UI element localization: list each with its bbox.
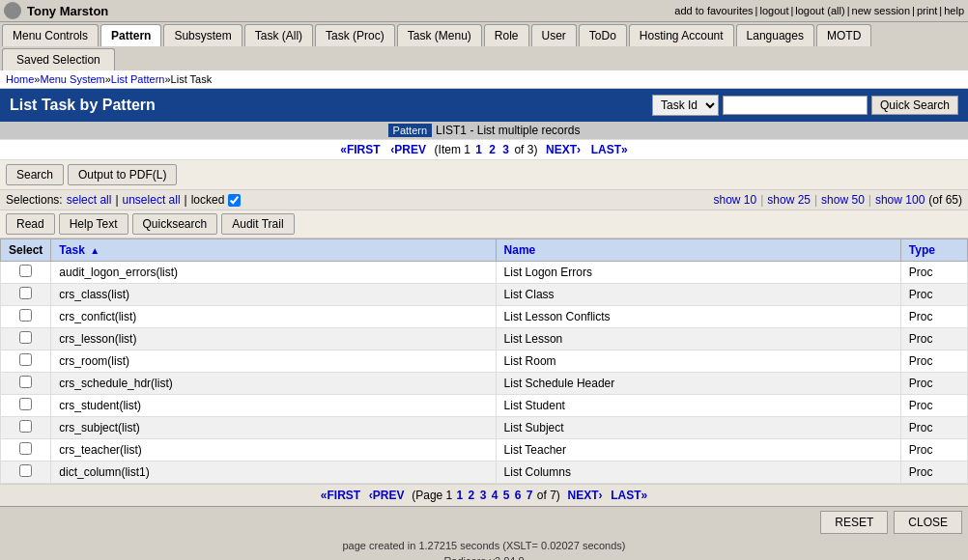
item-text: (Item 1 [435, 143, 470, 156]
row-checkbox-cell[interactable] [1, 262, 51, 284]
row-name: List Student [496, 395, 900, 417]
action-bar: Read Help Text Quicksearch Audit Trail [0, 210, 968, 238]
locked-checkbox[interactable] [228, 194, 241, 207]
saved-selection-tab[interactable]: Saved Selection [2, 48, 115, 70]
pg6-bottom[interactable]: 6 [515, 489, 522, 502]
read-button[interactable]: Read [6, 213, 55, 235]
nav-tabs-row2: Saved Selection [0, 46, 968, 70]
motd-tab[interactable]: MOTD [816, 24, 871, 46]
output-pdf-button[interactable]: Output to PDF(L) [68, 164, 177, 185]
type-sort-link[interactable]: Type [909, 243, 935, 257]
name-sort-link[interactable]: Name [504, 243, 536, 257]
row-checkbox[interactable] [19, 398, 32, 410]
row-checkbox-cell[interactable] [1, 462, 51, 484]
search-button[interactable]: Search [6, 164, 64, 185]
help-link[interactable]: help [944, 5, 964, 16]
user-tab[interactable]: User [531, 24, 577, 46]
show-50-link[interactable]: show 50 [821, 193, 865, 207]
list-pattern-breadcrumb-link[interactable]: List Pattern [111, 73, 165, 85]
next-link-top[interactable]: NEXT› [546, 143, 581, 156]
name-col-header[interactable]: Name [496, 239, 900, 262]
task-proc-tab[interactable]: Task (Proc) [315, 24, 395, 46]
task-sort-link[interactable]: Task ▲ [59, 243, 100, 257]
quick-search-button[interactable]: Quick Search [871, 96, 958, 115]
selections-right: show 10 | show 25 | show 50 | show 100 (… [713, 193, 962, 207]
row-checkbox[interactable] [19, 287, 32, 299]
pg3-bottom[interactable]: 3 [480, 489, 487, 502]
nav-tabs-row1: Menu Controls Pattern Subsystem Task (Al… [0, 22, 968, 46]
add-to-favourites-link[interactable]: add to favourites [674, 5, 753, 16]
pg4-bottom[interactable]: 4 [492, 489, 498, 502]
row-name: List Logon Errors [496, 262, 900, 284]
select-all-link[interactable]: select all [67, 193, 112, 207]
pg5-bottom[interactable]: 5 [503, 489, 510, 502]
task-all-tab[interactable]: Task (All) [244, 24, 313, 46]
row-checkbox-cell[interactable] [1, 439, 51, 462]
top-bar: Tony Marston add to favourites | logout … [0, 0, 968, 22]
row-checkbox[interactable] [19, 376, 32, 388]
show-10-link[interactable]: show 10 [713, 193, 756, 207]
row-checkbox[interactable] [19, 309, 32, 322]
next-link-bottom[interactable]: NEXT› [567, 489, 602, 502]
page-2-link-top[interactable]: 2 [489, 143, 496, 156]
task-col-header[interactable]: Task ▲ [51, 239, 496, 262]
row-checkbox[interactable] [19, 420, 32, 433]
table-row: audit_logon_errors(list) List Logon Erro… [1, 262, 968, 284]
print-link[interactable]: print [917, 5, 937, 16]
of-text-top: of 3) [514, 143, 537, 156]
audit-trail-button[interactable]: Audit Trail [221, 213, 294, 235]
unselect-all-link[interactable]: unselect all [123, 193, 181, 207]
logout-link[interactable]: logout [759, 5, 788, 16]
row-checkbox-cell[interactable] [1, 306, 51, 328]
reset-button[interactable]: RESET [820, 511, 888, 534]
languages-tab[interactable]: Languages [736, 24, 814, 46]
last-link-top[interactable]: LAST» [591, 143, 628, 156]
page-1-link-top[interactable]: 1 [475, 143, 482, 156]
quicksearch-button[interactable]: Quicksearch [132, 213, 218, 235]
hosting-account-tab[interactable]: Hosting Account [629, 24, 734, 46]
first-link-bottom[interactable]: «FIRST [321, 489, 360, 502]
menu-controls-tab[interactable]: Menu Controls [2, 24, 99, 46]
pg2-bottom[interactable]: 2 [469, 489, 475, 502]
subsystem-tab[interactable]: Subsystem [163, 24, 242, 46]
row-checkbox[interactable] [19, 331, 32, 344]
list-task-breadcrumb: List Task [171, 73, 213, 85]
help-text-button[interactable]: Help Text [59, 213, 128, 235]
search-field-select[interactable]: Task Id Name Type [652, 95, 719, 116]
row-checkbox-cell[interactable] [1, 373, 51, 395]
row-checkbox-cell[interactable] [1, 328, 51, 350]
last-link-bottom[interactable]: LAST» [611, 489, 647, 502]
search-input[interactable] [723, 96, 868, 115]
row-checkbox[interactable] [19, 265, 32, 277]
pg7-bottom[interactable]: 7 [527, 489, 533, 502]
prev-link-bottom[interactable]: ‹PREV [369, 489, 405, 502]
prev-link-top[interactable]: ‹PREV [390, 143, 426, 156]
pattern-tab[interactable]: Pattern [100, 24, 161, 46]
logout-all-link[interactable]: logout (all) [795, 5, 844, 16]
todo-tab[interactable]: ToDo [579, 24, 627, 46]
task-menu-tab[interactable]: Task (Menu) [397, 24, 482, 46]
row-name: List Teacher [496, 439, 900, 462]
new-session-link[interactable]: new session [852, 5, 911, 16]
user-info: Tony Marston [4, 2, 108, 19]
page-3-link-top[interactable]: 3 [502, 143, 509, 156]
row-checkbox[interactable] [19, 353, 32, 366]
page-text-bottom: (Page 1 [412, 489, 452, 502]
first-link-top[interactable]: «FIRST [340, 143, 380, 156]
type-col-header[interactable]: Type [900, 239, 967, 262]
row-checkbox-cell[interactable] [1, 395, 51, 417]
row-checkbox[interactable] [19, 442, 32, 455]
row-checkbox-cell[interactable] [1, 417, 51, 439]
row-checkbox[interactable] [19, 464, 32, 477]
close-button[interactable]: CLOSE [894, 511, 962, 534]
row-type: Proc [900, 262, 967, 284]
show-100-link[interactable]: show 100 [875, 193, 925, 207]
role-tab[interactable]: Role [484, 24, 529, 46]
home-breadcrumb-link[interactable]: Home [6, 73, 34, 85]
row-checkbox-cell[interactable] [1, 284, 51, 306]
show-25-link[interactable]: show 25 [767, 193, 811, 207]
pg1-bottom[interactable]: 1 [457, 489, 464, 502]
row-name: List Schedule Header [496, 373, 900, 395]
menu-system-breadcrumb-link[interactable]: Menu System [40, 73, 104, 85]
row-checkbox-cell[interactable] [1, 350, 51, 373]
